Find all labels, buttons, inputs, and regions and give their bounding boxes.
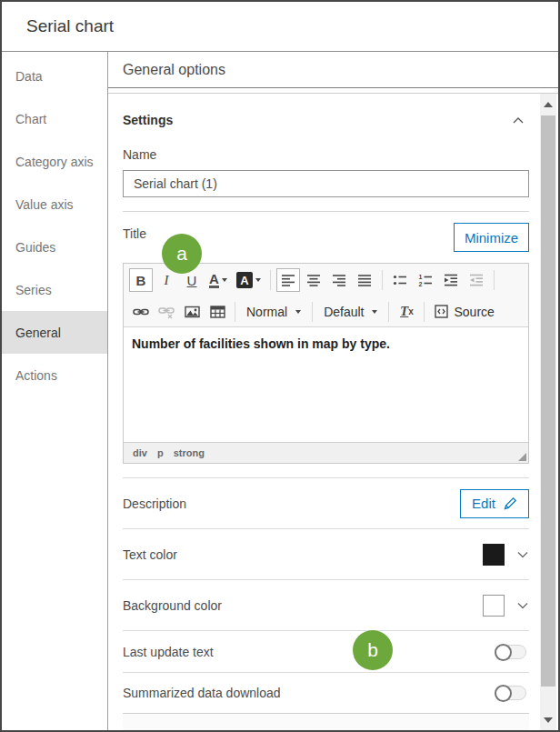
source-button-label: Source [454,305,494,319]
numbered-list-button[interactable]: 1 2 [414,268,437,292]
highlight-color-button[interactable]: A [233,268,265,292]
source-icon [435,305,448,318]
name-label: Name [123,147,529,164]
decrease-indent-icon [469,273,484,287]
summarized-data-download-toggle[interactable] [495,686,526,700]
window-header: Serial chart [2,2,558,52]
source-button[interactable]: Source [429,300,499,324]
description-label: Description [123,496,186,511]
last-update-text-label: Last update text [123,645,214,659]
title-label: Title [123,226,146,241]
editor-elements-path: div p strong [124,442,528,463]
font-value: Default [324,305,364,319]
content-bottom-strip [123,713,529,730]
panel-header: General options [108,52,558,88]
text-color-button[interactable]: A [205,268,231,292]
table-icon [210,305,225,319]
settings-sidebar: Data Chart Category axis Value axis Guid… [2,52,108,730]
unlink-button[interactable] [155,300,178,324]
increase-indent-button[interactable] [439,268,463,292]
toolbar-separator [270,270,271,290]
remove-format-x: x [408,306,414,316]
remove-format-t: T [400,304,408,319]
triangle-up-icon [544,102,553,107]
edit-description-button[interactable]: Edit [460,489,529,518]
paragraph-format-value: Normal [246,305,287,319]
sidebar-item-data[interactable]: Data [2,55,107,97]
last-update-text-toggle[interactable] [495,645,526,659]
font-dropdown[interactable]: Default [317,300,384,324]
svg-text:2: 2 [418,281,422,287]
page-title: General options [123,62,225,78]
toolbar-separator [312,302,313,322]
caret-down-icon [295,310,301,314]
sidebar-item-guides[interactable]: Guides [2,226,107,268]
align-justify-button[interactable] [353,268,376,292]
caret-down-icon [372,310,377,314]
align-center-icon [306,273,321,287]
minimize-button[interactable]: Minimize [454,223,529,252]
editor-resize-handle[interactable] [518,453,526,461]
svg-text:1: 1 [418,274,422,280]
settings-section-header[interactable]: Settings [123,112,529,128]
link-icon [133,305,149,319]
element-path-p[interactable]: p [157,447,164,458]
triangle-down-icon [544,717,553,723]
divider [123,211,529,212]
element-path-strong[interactable]: strong [174,447,205,458]
sidebar-item-category-axis[interactable]: Category axis [2,140,107,183]
toggle-knob [495,644,512,661]
sidebar-item-chart[interactable]: Chart [2,97,107,140]
align-left-button[interactable] [276,268,300,292]
insert-table-button[interactable] [205,300,229,324]
settings-section-title: Settings [123,113,173,127]
sidebar-item-actions[interactable]: Actions [2,354,107,396]
editor-toolbar-row2: Normal Default Tx [124,296,528,327]
decrease-indent-button[interactable] [465,268,488,292]
name-input[interactable] [123,170,529,197]
edit-button-label: Edit [472,496,495,511]
sidebar-item-series[interactable]: Series [2,268,107,311]
unlink-icon [158,305,175,319]
link-button[interactable] [129,300,153,324]
sidebar-item-value-axis[interactable]: Value axis [2,183,107,226]
toolbar-separator [424,302,425,322]
scrollbar-up-arrow[interactable] [540,96,556,112]
title-richtext-editor: B I U A A [123,263,529,464]
pencil-icon [504,496,517,510]
text-color-label: Text color [123,547,177,562]
bulleted-list-button[interactable] [388,268,412,292]
image-icon [185,305,200,319]
vertical-scrollbar[interactable] [540,94,556,730]
scroll-area: Settings Name Title Minimize [108,93,558,730]
align-left-icon [281,273,295,287]
paragraph-format-dropdown[interactable]: Normal [240,300,307,324]
chevron-down-icon[interactable] [516,550,529,559]
toolbar-separator [382,270,383,290]
summarized-data-download-label: Summarized data download [123,686,281,700]
numbered-list-icon: 1 2 [418,273,433,287]
background-color-swatch[interactable] [483,595,505,617]
remove-format-button[interactable]: Tx [395,300,418,324]
increase-indent-icon [444,273,458,287]
text-color-letter: A [209,272,219,288]
bold-button[interactable]: B [129,268,153,292]
scrollbar-thumb[interactable] [541,115,555,687]
toolbar-separator [235,302,235,322]
chevron-down-icon[interactable] [516,601,529,610]
insert-image-button[interactable] [180,300,204,324]
element-path-div[interactable]: div [133,447,147,458]
text-color-swatch[interactable] [483,544,505,566]
chevron-up-icon[interactable] [512,115,525,125]
align-center-button[interactable] [302,268,325,292]
serial-chart-settings-window: Serial chart Data Chart Category axis Va… [0,0,560,732]
annotation-b-badge: b [353,630,393,670]
annotation-a-badge: a [162,234,202,274]
editor-content[interactable]: Number of facilities shown in map by typ… [124,327,528,442]
align-right-button[interactable] [327,268,351,292]
align-justify-icon [357,273,372,287]
caret-down-icon [222,278,227,282]
background-color-label: Background color [123,598,222,613]
scrollbar-down-arrow[interactable] [540,712,556,727]
sidebar-item-general[interactable]: General [2,311,107,354]
